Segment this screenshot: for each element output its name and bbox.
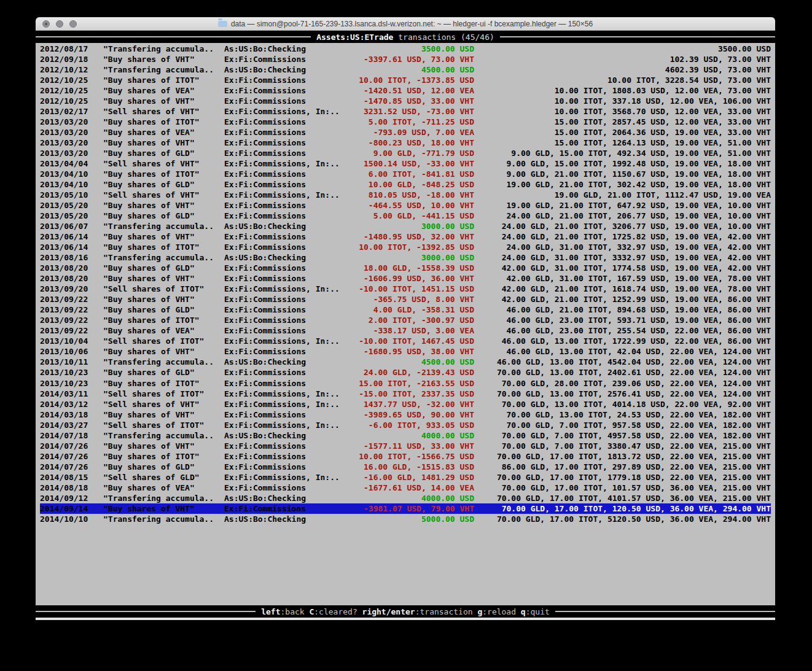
description-cell: "Transfering accumula.. xyxy=(103,221,214,231)
transaction-row[interactable]: 2013/10/23"Buy shares of ITOT"Ex:Fi:Comm… xyxy=(40,378,771,389)
transaction-row[interactable]: 2014/08/18"Buy shares of VEA"Ex:Fi:Commi… xyxy=(40,483,771,493)
change-cell: -1480.95 USD, 32.00 VHT xyxy=(364,231,474,242)
account-cell: Ex:Fi:Commissions, In:.. xyxy=(224,106,340,117)
transaction-row[interactable]: 2013/05/10"Sell shares of VHT"Ex:Fi:Comm… xyxy=(40,190,771,200)
transaction-row[interactable]: 2013/08/16"Transfering accumula..As:US:B… xyxy=(40,252,771,263)
transaction-row[interactable]: 2013/03/20"Buy shares of VHT"Ex:Fi:Commi… xyxy=(40,138,771,148)
date-cell: 2013/06/14 xyxy=(40,242,88,252)
date-cell: 2014/03/27 xyxy=(40,420,88,430)
balance-cell: 24.00 GLD, 21.00 ITOT, 1725.82 USD, 19.0… xyxy=(502,231,771,242)
account-cell: Ex:Fi:Commissions xyxy=(224,441,306,451)
transaction-row[interactable]: 2013/08/20"Buy shares of VHT"Ex:Fi:Commi… xyxy=(40,273,771,284)
date-cell: 2014/03/18 xyxy=(40,409,88,420)
window-title: data — simon@pool-71-165-239-133.lsanca.… xyxy=(231,20,593,28)
zoom-button[interactable] xyxy=(69,20,77,28)
account-cell: Ex:Fi:Commissions, In:.. xyxy=(224,284,340,294)
traffic-lights xyxy=(42,17,77,30)
change-cell: 6.00 ITOT, -841.81 USD xyxy=(369,169,474,179)
account-cell: Ex:Fi:Commissions xyxy=(224,304,306,315)
balance-cell: 70.00 GLD, 7.00 ITOT, 957.58 USD, 22.00 … xyxy=(507,420,771,430)
transaction-row[interactable]: 2014/03/12"Sell shares of VHT"Ex:Fi:Comm… xyxy=(40,399,771,409)
balance-cell: 24.00 GLD, 31.00 ITOT, 332.97 USD, 19.00… xyxy=(507,242,771,252)
balance-cell: 46.00 GLD, 23.00 ITOT, 255.54 USD, 22.00… xyxy=(507,325,771,336)
transaction-row[interactable]: 2013/10/11"Transfering accumula..As:US:B… xyxy=(40,357,771,367)
description-cell: "Buy shares of GLD" xyxy=(103,462,195,472)
account-cell: Ex:Fi:Commissions xyxy=(224,211,306,221)
transaction-row[interactable]: 2014/03/18"Buy shares of VHT"Ex:Fi:Commi… xyxy=(40,409,771,420)
description-cell: "Buy shares of ITOT" xyxy=(103,451,200,462)
header-mode-and-position: transactions (45/46) xyxy=(393,33,494,42)
transaction-row[interactable]: 2013/09/22"Buy shares of GLD"Ex:Fi:Commi… xyxy=(40,304,771,315)
change-cell: -16.00 GLD, 1481.29 USD xyxy=(364,472,474,483)
transaction-row[interactable]: 2012/08/17"Transfering accumula..As:US:B… xyxy=(40,44,771,54)
description-cell: "Sell shares of ITOT" xyxy=(103,284,204,294)
description-cell: "Buy shares of VHT" xyxy=(103,346,195,357)
transaction-row[interactable]: 2014/09/12"Transfering accumula..As:US:B… xyxy=(40,493,771,503)
transaction-row[interactable]: 2013/03/20"Buy shares of ITOT"Ex:Fi:Comm… xyxy=(40,117,771,127)
transaction-row[interactable]: 2012/09/18"Buy shares of VHT"Ex:Fi:Commi… xyxy=(40,54,771,64)
transaction-row[interactable]: 2013/05/20"Buy shares of VHT"Ex:Fi:Commi… xyxy=(40,200,771,211)
date-cell: 2013/02/17 xyxy=(40,106,88,117)
description-cell: "Buy shares of VEA" xyxy=(103,85,195,96)
balance-cell: 42.00 GLD, 31.00 ITOT, 1774.58 USD, 19.0… xyxy=(502,263,771,273)
transaction-row[interactable]: 2012/10/12"Transfering accumula..As:US:B… xyxy=(40,64,771,75)
transaction-row[interactable]: 2013/03/20"Buy shares of GLD"Ex:Fi:Commi… xyxy=(40,148,771,158)
account-cell: Ex:Fi:Commissions xyxy=(224,294,306,304)
transaction-row[interactable]: 2014/07/26"Buy shares of VHT"Ex:Fi:Commi… xyxy=(40,441,771,451)
date-cell: 2013/04/10 xyxy=(40,169,88,179)
balance-cell: 70.00 GLD, 13.00 ITOT, 2576.41 USD, 22.0… xyxy=(497,389,771,399)
transaction-row[interactable]: 2013/06/07"Transfering accumula..As:US:B… xyxy=(40,221,771,231)
change-cell: 10.00 GLD, -848.25 USD xyxy=(369,179,474,190)
transaction-row[interactable]: 2013/04/10"Buy shares of ITOT"Ex:Fi:Comm… xyxy=(40,169,771,179)
description-cell: "Sell shares of ITOT" xyxy=(103,420,204,430)
date-cell: 2013/03/20 xyxy=(40,117,88,127)
change-cell: 5000.00 USD xyxy=(421,514,474,524)
balance-cell: 70.00 GLD, 7.00 ITOT, 3380.47 USD, 22.00… xyxy=(502,441,771,451)
transaction-row[interactable]: 2014/03/11"Sell shares of ITOT"Ex:Fi:Com… xyxy=(40,389,771,399)
transaction-row-selected[interactable]: 2014/09/14"Buy shares of VHT"Ex:Fi:Commi… xyxy=(40,503,771,514)
transaction-row[interactable]: 2012/10/25"Buy shares of ITOT"Ex:Fi:Comm… xyxy=(40,75,771,85)
description-cell: "Sell shares of GLD" xyxy=(103,472,200,483)
balance-cell: 19.00 GLD, 21.00 ITOT, 1112.47 USD, 19.0… xyxy=(555,190,771,200)
transaction-row[interactable]: 2013/10/23"Buy shares of GLD"Ex:Fi:Commi… xyxy=(40,367,771,378)
transaction-row[interactable]: 2012/10/25"Buy shares of VHT"Ex:Fi:Commi… xyxy=(40,96,771,106)
date-cell: 2013/06/07 xyxy=(40,221,88,231)
change-cell: 3000.00 USD xyxy=(421,252,474,263)
change-cell: -6.00 ITOT, 933.05 USD xyxy=(369,420,474,430)
transaction-row[interactable]: 2014/03/27"Sell shares of ITOT"Ex:Fi:Com… xyxy=(40,420,771,430)
transaction-row[interactable]: 2013/09/22"Buy shares of ITOT"Ex:Fi:Comm… xyxy=(40,315,771,325)
transaction-row[interactable]: 2013/04/04"Sell shares of VHT"Ex:Fi:Comm… xyxy=(40,158,771,169)
transaction-rows: 2012/08/17"Transfering accumula..As:US:B… xyxy=(40,44,771,524)
key-hint-description: :transaction xyxy=(415,607,478,616)
transaction-row[interactable]: 2013/05/20"Buy shares of GLD"Ex:Fi:Commi… xyxy=(40,211,771,221)
transaction-row[interactable]: 2013/03/20"Buy shares of VEA"Ex:Fi:Commi… xyxy=(40,127,771,138)
transaction-row[interactable]: 2013/09/20"Sell shares of ITOT"Ex:Fi:Com… xyxy=(40,284,771,294)
date-cell: 2013/05/20 xyxy=(40,200,88,211)
transaction-row[interactable]: 2013/10/06"Buy shares of VHT"Ex:Fi:Commi… xyxy=(40,346,771,357)
transaction-row[interactable]: 2013/06/14"Buy shares of VHT"Ex:Fi:Commi… xyxy=(40,231,771,242)
transaction-row[interactable]: 2013/04/10"Buy shares of GLD"Ex:Fi:Commi… xyxy=(40,179,771,190)
transaction-row[interactable]: 2014/10/10"Transfering accumula..As:US:B… xyxy=(40,514,771,524)
transaction-row[interactable]: 2014/07/18"Transfering accumula..As:US:B… xyxy=(40,430,771,441)
transaction-row[interactable]: 2013/08/20"Buy shares of GLD"Ex:Fi:Commi… xyxy=(40,263,771,273)
account-cell: Ex:Fi:Commissions, In:.. xyxy=(224,420,340,430)
change-cell: -1677.61 USD, 14.00 VEA xyxy=(364,483,474,493)
transaction-row[interactable]: 2014/07/26"Buy shares of ITOT"Ex:Fi:Comm… xyxy=(40,451,771,462)
transaction-row[interactable]: 2013/09/22"Buy shares of VHT"Ex:Fi:Commi… xyxy=(40,294,771,304)
change-cell: 15.00 ITOT, -2163.55 USD xyxy=(359,378,474,389)
transaction-row[interactable]: 2014/08/15"Sell shares of GLD"Ex:Fi:Comm… xyxy=(40,472,771,483)
transaction-row[interactable]: 2013/06/14"Buy shares of ITOT"Ex:Fi:Comm… xyxy=(40,242,771,252)
close-button[interactable] xyxy=(42,20,50,28)
transaction-row[interactable]: 2014/07/26"Buy shares of GLD"Ex:Fi:Commi… xyxy=(40,462,771,472)
transaction-row[interactable]: 2013/10/04"Sell shares of ITOT"Ex:Fi:Com… xyxy=(40,336,771,346)
transaction-row[interactable]: 2012/10/25"Buy shares of VEA"Ex:Fi:Commi… xyxy=(40,85,771,96)
transaction-row[interactable]: 2013/02/17"Sell shares of VHT"Ex:Fi:Comm… xyxy=(40,106,771,117)
minimize-button[interactable] xyxy=(56,20,63,28)
terminal-screen[interactable]: Assets:US:ETrade transactions (45/46) 20… xyxy=(36,31,775,618)
transaction-row[interactable]: 2013/09/22"Buy shares of VEA"Ex:Fi:Commi… xyxy=(40,325,771,336)
account-cell: Ex:Fi:Commissions xyxy=(224,138,306,148)
change-cell: 10.00 ITOT, -1392.85 USD xyxy=(359,242,474,252)
date-cell: 2013/08/20 xyxy=(40,273,88,284)
description-cell: "Buy shares of VHT" xyxy=(103,294,195,304)
account-cell: Ex:Fi:Commissions, In:.. xyxy=(224,399,340,409)
